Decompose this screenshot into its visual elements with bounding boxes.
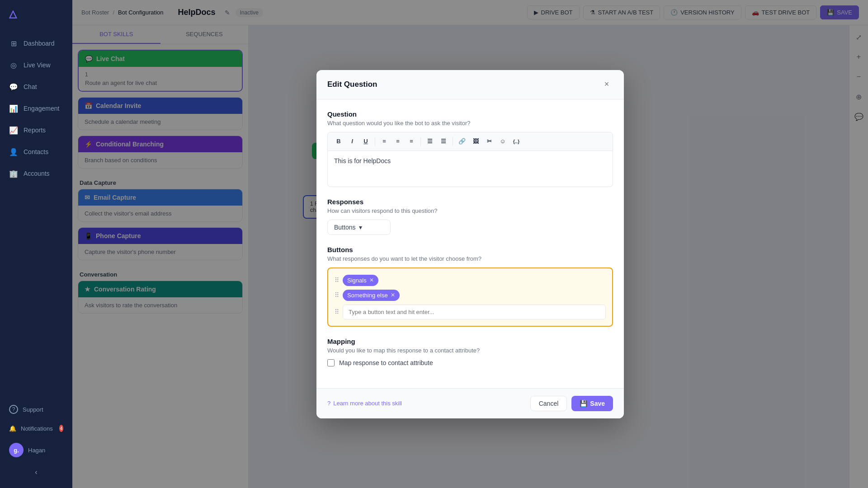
- sidebar-item-label: Contacts: [24, 148, 48, 155]
- button-row-signals: ⠿ Signals ✕: [335, 275, 606, 286]
- drag-handle-something-else[interactable]: ⠿: [335, 291, 339, 299]
- modal-body: Question What question would you like th…: [316, 99, 624, 388]
- sidebar-collapse-button[interactable]: ‹: [9, 464, 63, 481]
- button-input-row: ⠿: [335, 305, 606, 319]
- sidebar-item-user[interactable]: g. Hagan: [9, 438, 63, 462]
- support-icon: ?: [9, 405, 18, 414]
- sidebar-item-label: Accounts: [24, 170, 50, 177]
- buttons-section-desc: What responses do you want to let the vi…: [327, 255, 613, 262]
- sidebar: △ ⊞ Dashboard ◎ Live View 💬 Chat 📊 Engag…: [0, 0, 72, 488]
- contacts-icon: 👤: [9, 147, 18, 156]
- bold-button[interactable]: B: [332, 135, 345, 148]
- sidebar-item-contacts[interactable]: 👤 Contacts: [0, 141, 72, 163]
- modal-title: Edit Question: [327, 80, 377, 89]
- chat-icon: 💬: [9, 82, 18, 91]
- button-tag-signals: Signals ✕: [343, 275, 378, 286]
- modal-footer: ? Learn more about this skill Cancel 💾 S…: [316, 388, 624, 418]
- responses-section: Responses How can visitors respond to th…: [327, 198, 613, 235]
- responses-desc: How can visitors respond to this questio…: [327, 207, 613, 214]
- drag-handle-signals[interactable]: ⠿: [335, 277, 339, 284]
- user-name-label: Hagan: [28, 447, 45, 454]
- sidebar-item-dashboard[interactable]: ⊞ Dashboard: [0, 33, 72, 54]
- sidebar-bottom: ? Support 🔔 Notifications 4 g. Hagan ‹: [0, 393, 72, 488]
- align-right-button[interactable]: ≡: [405, 135, 418, 148]
- modal-close-button[interactable]: ×: [600, 78, 613, 91]
- map-response-checkbox-row[interactable]: Map response to contact attribute: [327, 359, 613, 366]
- editor-toolbar: B I U ≡ ≡ ≡ ☰ ☰ 🔗 🖼 ✂ ☺: [327, 132, 613, 151]
- live-view-icon: ◎: [9, 61, 18, 70]
- learn-more-link[interactable]: ? Learn more about this skill: [327, 400, 402, 407]
- sidebar-item-label: Reports: [24, 127, 46, 134]
- sidebar-item-chat[interactable]: 💬 Chat: [0, 76, 72, 98]
- button-text-input[interactable]: [343, 305, 606, 319]
- responses-dropdown-value: Buttons: [334, 224, 355, 231]
- save-button[interactable]: 💾 Save: [571, 396, 613, 411]
- sidebar-item-label: Live View: [24, 61, 51, 69]
- link-button[interactable]: 🔗: [456, 135, 468, 148]
- modal-overlay[interactable]: Edit Question × Question What question w…: [72, 0, 868, 488]
- edit-question-modal: Edit Question × Question What question w…: [316, 70, 624, 418]
- learn-more-text: Learn more about this skill: [333, 400, 402, 407]
- mapping-section-label: Mapping: [327, 338, 613, 345]
- toolbar-separator-1: [375, 137, 375, 146]
- sidebar-item-engagement[interactable]: 📊 Engagement: [0, 98, 72, 119]
- avatar: g.: [9, 443, 24, 457]
- buttons-section-label: Buttons: [327, 246, 613, 253]
- sidebar-item-accounts[interactable]: 🏢 Accounts: [0, 163, 72, 184]
- question-editor[interactable]: This is for HelpDocs: [327, 151, 613, 187]
- toolbar-separator-3: [453, 137, 453, 146]
- sidebar-item-label: Dashboard: [24, 40, 55, 47]
- sidebar-item-label: Chat: [24, 83, 37, 90]
- question-section-desc: What question would you like the bot to …: [327, 120, 613, 127]
- reports-icon: 📈: [9, 126, 18, 135]
- notifications-icon: 🔔: [9, 425, 16, 432]
- responses-type-dropdown[interactable]: Buttons ▾: [327, 220, 391, 235]
- responses-dropdown-icon: ▾: [359, 224, 362, 231]
- list-ordered-button[interactable]: ☰: [424, 135, 436, 148]
- sidebar-item-live-view[interactable]: ◎ Live View: [0, 54, 72, 76]
- learn-more-icon: ?: [327, 400, 330, 407]
- button-tag-something-else: Something else ✕: [343, 290, 400, 301]
- map-response-checkbox[interactable]: [327, 359, 335, 366]
- button-tag-something-else-label: Something else: [347, 292, 388, 299]
- engagement-icon: 📊: [9, 104, 18, 113]
- map-response-label: Map response to contact attribute: [339, 359, 433, 366]
- accounts-icon: 🏢: [9, 169, 18, 178]
- align-left-button[interactable]: ≡: [378, 135, 391, 148]
- button-tag-signals-remove[interactable]: ✕: [369, 277, 374, 283]
- drag-handle-input: ⠿: [335, 308, 339, 315]
- sidebar-item-notifications[interactable]: 🔔 Notifications 4: [9, 420, 63, 436]
- align-center-button[interactable]: ≡: [392, 135, 404, 148]
- logo-icon: △: [9, 8, 17, 20]
- button-tag-something-else-remove[interactable]: ✕: [391, 292, 395, 298]
- cancel-button[interactable]: Cancel: [530, 396, 567, 411]
- footer-actions: Cancel 💾 Save: [530, 396, 613, 411]
- sidebar-item-support[interactable]: ? Support: [9, 400, 63, 418]
- save-label: Save: [590, 400, 605, 407]
- notifications-label: Notifications: [21, 425, 53, 432]
- image-button[interactable]: 🖼: [469, 135, 482, 148]
- buttons-section: Buttons What responses do you want to le…: [327, 246, 613, 327]
- underline-button[interactable]: U: [359, 135, 372, 148]
- mapping-section: Mapping Would you like to map this respo…: [327, 338, 613, 366]
- mapping-section-desc: Would you like to map this response to a…: [327, 347, 613, 354]
- button-tag-signals-label: Signals: [347, 277, 367, 284]
- sidebar-nav: ⊞ Dashboard ◎ Live View 💬 Chat 📊 Engagem…: [0, 28, 72, 393]
- list-unordered-button[interactable]: ☰: [437, 135, 450, 148]
- save-icon: 💾: [580, 400, 587, 407]
- sidebar-item-reports[interactable]: 📈 Reports: [0, 119, 72, 141]
- toolbar-separator-2: [420, 137, 421, 146]
- question-section-label: Question: [327, 110, 613, 118]
- code-button[interactable]: ✂: [483, 135, 495, 148]
- buttons-container: ⠿ Signals ✕ ⠿ Something else ✕: [327, 267, 613, 327]
- italic-button[interactable]: I: [346, 135, 359, 148]
- modal-header: Edit Question ×: [316, 70, 624, 99]
- emoji-button[interactable]: ☺: [496, 135, 509, 148]
- sidebar-item-label: Engagement: [24, 105, 59, 112]
- variable-button[interactable]: {..}: [510, 135, 523, 148]
- responses-label: Responses: [327, 198, 613, 206]
- main-area: Bot Roster / Bot Configuration HelpDocs …: [72, 0, 868, 488]
- question-section: Question What question would you like th…: [327, 110, 613, 187]
- support-label: Support: [23, 406, 43, 413]
- sidebar-logo: △: [0, 0, 72, 28]
